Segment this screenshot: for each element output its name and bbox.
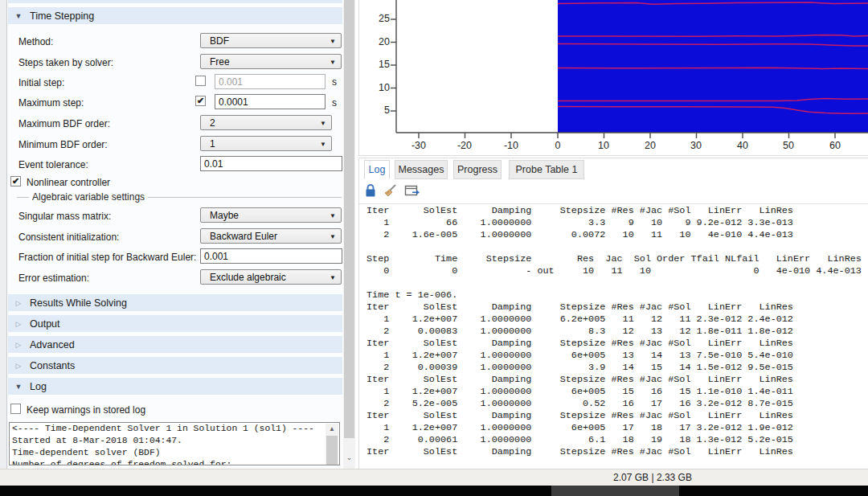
- chevron-down-icon: ▼: [320, 141, 326, 148]
- nonlinear-controller-checkbox[interactable]: [10, 176, 21, 187]
- min-bdf-value: 1: [210, 138, 215, 150]
- scroll-up-icon[interactable]: ▲: [326, 424, 338, 435]
- collapse-triangle-icon: ▼: [8, 12, 29, 20]
- expand-triangle-icon: ▷: [8, 341, 29, 349]
- y-tick-label: 20: [369, 36, 390, 47]
- section-header-output[interactable]: ▷ Output: [8, 315, 342, 332]
- log-line: 1 1.2e+007 1.0000000 6.2e+005 11 12 11 2…: [366, 314, 865, 326]
- fraction-field[interactable]: [200, 248, 342, 264]
- log-line: Iter SolEst Damping Stepsize #Res #Jac #…: [366, 410, 865, 422]
- section-header-advanced[interactable]: ▷ Advanced: [8, 336, 342, 353]
- section-header-results-while-solving[interactable]: ▷ Results While Solving: [8, 294, 342, 311]
- log-line: 2 1.6e-005 1.0000000 0.0072 10 11 10 4e-…: [366, 229, 865, 241]
- consistent-init-dropdown[interactable]: Backward Euler ▼: [200, 228, 342, 244]
- log-line: 2 0.00061 1.0000000 6.1 18 19 18 1.3e-01…: [366, 434, 865, 446]
- max-step-field[interactable]: [215, 94, 326, 109]
- max-step-unit: s: [332, 97, 337, 109]
- log-line: [366, 277, 865, 289]
- method-value: BDF: [210, 35, 229, 47]
- log-line: Iter SolEst Damping Stepsize #Res #Jac #…: [366, 446, 865, 458]
- tab-messages[interactable]: Messages: [395, 160, 448, 179]
- x-tick-label: 0: [544, 140, 571, 151]
- log-line: 1 1.2e+007 1.0000000 6e+005 17 18 17 3.2…: [366, 422, 865, 434]
- initial-step-checkbox[interactable]: [195, 76, 206, 86]
- chevron-down-icon: ▼: [330, 59, 336, 66]
- event-tolerance-field[interactable]: [200, 156, 342, 171]
- log-line: 0 0 - out 10 11 10 0 4e-010 4.4e-013: [366, 265, 865, 277]
- min-bdf-label: Minimum BDF order:: [18, 139, 108, 150]
- steps-dropdown[interactable]: Free ▼: [200, 54, 342, 69]
- x-tick-label: -20: [451, 140, 478, 151]
- tab-probe-table[interactable]: Probe Table 1: [509, 160, 584, 179]
- y-tick-label: 10: [369, 82, 390, 93]
- section-header-log[interactable]: ▼ Log: [8, 378, 342, 395]
- expand-triangle-icon: ▷: [8, 299, 29, 307]
- taskbar-window-button[interactable]: [551, 486, 679, 496]
- section-title: Log: [29, 381, 47, 392]
- max-bdf-label: Maximum BDF order:: [18, 118, 110, 129]
- stored-log-line: Time-dependent solver (BDF): [12, 447, 340, 459]
- max-step-checkbox[interactable]: [195, 96, 206, 106]
- log-line: Step Time Stepsize Res Jac Sol Order Tfa…: [366, 253, 865, 265]
- settings-panel-scrollbar[interactable]: ⌄: [343, 0, 355, 469]
- tab-label: Probe Table 1: [516, 164, 578, 175]
- collapse-triangle-icon: ▼: [8, 383, 29, 391]
- log-line: 2 0.00039 1.0000000 3.9 14 15 14 1.5e-01…: [366, 362, 865, 374]
- error-estimation-value: Exclude algebraic: [210, 272, 286, 283]
- tab-log[interactable]: Log: [364, 160, 390, 179]
- scroll-down-icon[interactable]: ⌄: [343, 451, 355, 464]
- algebraic-group-label: Algebraic variable settings: [29, 191, 148, 203]
- expand-triangle-icon: ▷: [8, 362, 29, 370]
- x-tick-label: -10: [497, 140, 525, 151]
- keep-warnings-label: Keep warnings in stored log: [27, 404, 145, 416]
- max-bdf-value: 2: [210, 117, 215, 129]
- broom-icon[interactable]: [383, 183, 399, 199]
- chevron-down-icon: ▼: [330, 274, 336, 281]
- solver-log-text[interactable]: Iter SolEst Damping Stepsize #Res #Jac #…: [366, 205, 865, 466]
- chevron-down-icon: ▼: [320, 120, 326, 127]
- error-estimation-dropdown[interactable]: Exclude algebraic ▼: [200, 269, 342, 285]
- section-header-time-stepping[interactable]: ▼ Time Stepping: [8, 7, 342, 24]
- error-estimation-label: Error estimation:: [18, 273, 89, 284]
- taskbar: [0, 486, 868, 496]
- stored-log-line: Started at 8-Mar-2018 01:04:47.: [12, 435, 340, 447]
- singular-mass-label: Singular mass matrix:: [18, 211, 111, 222]
- algebraic-group-divider: Algebraic variable settings: [17, 191, 342, 203]
- scrollbar-thumb[interactable]: [326, 436, 338, 465]
- surface-plot-canvas[interactable]: [359, 0, 868, 156]
- stored-log-textbox[interactable]: <---- Time-Dependent Solver 1 in Solutio…: [9, 422, 340, 465]
- stored-log-line: Number of degrees of freedom solved for:: [12, 459, 340, 465]
- log-messages-window: Log Messages Progress Probe Table 1: [358, 158, 868, 469]
- section-title: Constants: [29, 360, 75, 371]
- log-line: 2 5.2e-005 1.0000000 0.52 16 17 16 3.2e-…: [366, 398, 865, 410]
- event-tolerance-label: Event tolerance:: [18, 159, 88, 170]
- singular-mass-dropdown[interactable]: Maybe ▼: [200, 207, 342, 223]
- log-line: 2 0.00083 1.0000000 8.3 12 13 12 1.8e-01…: [366, 326, 865, 338]
- log-line: [366, 241, 865, 253]
- initial-step-field[interactable]: [215, 74, 326, 89]
- fraction-label: Fraction of initial step for Backward Eu…: [18, 252, 196, 263]
- x-tick-label: 10: [590, 140, 617, 151]
- expand-triangle-icon: ▷: [8, 320, 29, 328]
- y-tick-label: 15: [369, 59, 390, 70]
- section-header-constants[interactable]: ▷ Constants: [8, 357, 342, 374]
- log-line: 1 1.2e+007 1.0000000 6e+005 13 14 13 7.5…: [366, 350, 865, 362]
- max-bdf-dropdown[interactable]: 2 ▼: [200, 115, 332, 130]
- tab-label: Messages: [399, 164, 444, 175]
- x-tick-label: 50: [775, 140, 802, 151]
- keep-warnings-checkbox[interactable]: [10, 404, 21, 414]
- tab-progress[interactable]: Progress: [453, 160, 502, 179]
- float-window-icon[interactable]: [404, 183, 420, 199]
- method-dropdown[interactable]: BDF ▼: [200, 33, 342, 48]
- max-step-label: Maximum step:: [18, 97, 84, 109]
- graphics-plot-window[interactable]: 25 20 15 10 5 -30 -20 -10 0 10 20 30 40 …: [358, 0, 868, 156]
- x-tick-label: -30: [405, 140, 432, 151]
- log-line: 1 66 1.0000000 3.3 9 10 9 9.2e-012 3.3e-…: [366, 217, 865, 229]
- min-bdf-dropdown[interactable]: 1 ▼: [200, 136, 332, 151]
- scrollbar-thumb[interactable]: [344, 0, 354, 438]
- clipped-section-header[interactable]: [8, 0, 342, 3]
- initial-step-unit: s: [332, 76, 337, 88]
- lock-icon[interactable]: [364, 183, 380, 199]
- singular-mass-value: Maybe: [210, 210, 239, 221]
- stored-log-scrollbar[interactable]: ▲: [326, 424, 338, 465]
